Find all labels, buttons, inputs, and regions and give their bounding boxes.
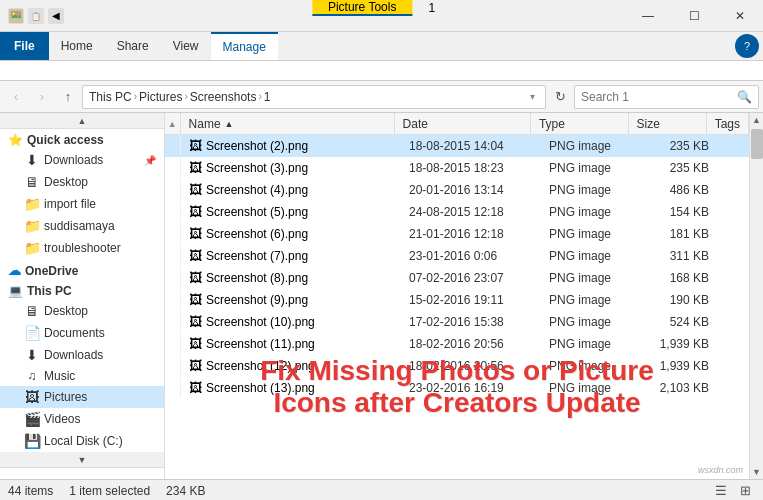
table-row[interactable]: 🖼 Screenshot (12).png 18-02-2016 20:56 P… [165,355,749,377]
sidebar-item-downloads-quick[interactable]: ⬇ Downloads 📌 [0,149,164,171]
scroll-thumb[interactable] [751,129,763,159]
sidebar-item-desktop-quick[interactable]: 🖥 Desktop [0,171,164,193]
sidebar-item-downloads-pc[interactable]: ⬇ Downloads [0,344,164,366]
help-button[interactable]: ? [735,34,759,58]
window-number: 1 [412,0,451,16]
sidebar-scroll-up[interactable]: ▲ [0,113,164,129]
file-icon: 🖼 [189,226,202,241]
path-dropdown-arrow[interactable]: ▾ [526,91,539,102]
col-header-tags[interactable]: Tags [707,113,749,134]
onedrive-icon: ☁ [8,263,21,278]
path-segment-screenshots[interactable]: Screenshots [190,90,257,104]
svg-text:📋: 📋 [31,11,41,21]
file-type-cell: PNG image [541,183,641,197]
table-row[interactable]: 🖼 Screenshot (2).png 18-08-2015 14:04 PN… [165,135,749,157]
refresh-button[interactable]: ↻ [548,85,572,109]
table-row[interactable]: 🖼 Screenshot (13).png 23-02-2016 16:19 P… [165,377,749,399]
thispc-section[interactable]: 💻 This PC [0,280,164,300]
file-name-text: Screenshot (8).png [206,271,308,285]
file-date-cell: 23-02-2016 16:19 [401,381,541,395]
sidebar-item-importfile[interactable]: 📁 import file [0,193,164,215]
tab-home[interactable]: Home [49,32,105,60]
scroll-up-arrow[interactable]: ▲ [750,113,764,127]
path-segment-pictures[interactable]: Pictures [139,90,182,104]
picture-tools-label: Picture Tools [312,0,412,16]
sidebar-item-label: Desktop [44,304,88,318]
file-type-cell: PNG image [541,315,641,329]
file-name-cell: 🖼 Screenshot (7).png [181,248,401,263]
status-count: 44 items [8,484,53,498]
sidebar-item-troubleshooter[interactable]: 📁 troubleshooter [0,237,164,259]
file-name-cell: 🖼 Screenshot (11).png [181,336,401,351]
quick-access-icon: 📋 [28,8,44,24]
tab-share[interactable]: Share [105,32,161,60]
tab-manage[interactable]: Manage [211,32,278,60]
table-row[interactable]: 🖼 Screenshot (10).png 17-02-2016 15:38 P… [165,311,749,333]
file-name-text: Screenshot (13).png [206,381,315,395]
onedrive-section[interactable]: ☁ OneDrive [0,259,164,280]
file-name-cell: 🖼 Screenshot (4).png [181,182,401,197]
path-sep-1: › [134,91,137,102]
search-box[interactable]: 🔍 [574,85,759,109]
sidebar-scroll-down[interactable]: ▼ [0,452,164,468]
table-row[interactable]: 🖼 Screenshot (5).png 24-08-2015 12:18 PN… [165,201,749,223]
col-header-type[interactable]: Type [531,113,629,134]
table-row[interactable]: 🖼 Screenshot (9).png 15-02-2016 19:11 PN… [165,289,749,311]
status-size: 234 KB [166,484,205,498]
col-header-size[interactable]: Size [629,113,707,134]
forward-button[interactable]: › [30,85,54,109]
file-size-cell: 235 KB [641,139,721,153]
sidebar-item-videos[interactable]: 🎬 Videos [0,408,164,430]
col-tags-label: Tags [715,117,740,131]
window-controls: — ☐ ✕ [625,0,763,31]
close-button[interactable]: ✕ [717,0,763,32]
status-selected: 1 item selected [69,484,150,498]
table-row[interactable]: 🖼 Screenshot (3).png 18-08-2015 18:23 PN… [165,157,749,179]
nav-back-mini[interactable]: ◀ [48,8,64,24]
path-segment-1[interactable]: 1 [264,90,271,104]
maximize-button[interactable]: ☐ [671,0,717,32]
table-row[interactable]: 🖼 Screenshot (8).png 07-02-2016 23:07 PN… [165,267,749,289]
up-button[interactable]: ↑ [56,85,80,109]
tab-view[interactable]: View [161,32,211,60]
table-row[interactable]: 🖼 Screenshot (6).png 21-01-2016 12:18 PN… [165,223,749,245]
search-input[interactable] [581,90,733,104]
file-size-cell: 2,103 KB [641,381,721,395]
table-row[interactable]: 🖼 Screenshot (11).png 18-02-2016 20:56 P… [165,333,749,355]
suddisamaya-icon: 📁 [24,218,40,234]
file-icon: 🖼 [189,292,202,307]
minimize-button[interactable]: — [625,0,671,32]
file-name-text: Screenshot (9).png [206,293,308,307]
path-segment-thispc[interactable]: This PC [89,90,132,104]
sidebar-item-pictures[interactable]: 🖼 Pictures [0,386,164,408]
file-list-header: ▲ Name ▲ Date Type Size Tags [165,113,749,135]
file-name-text: Screenshot (2).png [206,139,308,153]
sidebar-item-suddisamaya[interactable]: 📁 suddisamaya [0,215,164,237]
file-icon: 🖼 [189,314,202,329]
scroll-down-arrow[interactable]: ▼ [750,465,764,479]
col-size-label: Size [637,117,660,131]
file-type-cell: PNG image [541,249,641,263]
col-header-name[interactable]: Name ▲ [181,113,395,134]
view-details-button[interactable]: ☰ [711,481,731,501]
table-row[interactable]: 🖼 Screenshot (4).png 20-01-2016 13:14 PN… [165,179,749,201]
address-path[interactable]: This PC › Pictures › Screenshots › 1 ▾ [82,85,546,109]
search-icon[interactable]: 🔍 [737,90,752,104]
sidebar-item-label: Documents [44,326,105,340]
sidebar-item-music[interactable]: ♫ Music [0,366,164,386]
ribbon-content [0,60,763,80]
onedrive-label: OneDrive [25,264,78,278]
sidebar-item-documents[interactable]: 📄 Documents [0,322,164,344]
file-size-cell: 181 KB [641,227,721,241]
tab-file[interactable]: File [0,32,49,60]
sort-col-icon[interactable]: ▲ [165,113,181,134]
sidebar-item-desktop-pc[interactable]: 🖥 Desktop [0,300,164,322]
sidebar-item-localdisk[interactable]: 💾 Local Disk (C:) [0,430,164,452]
file-name-cell: 🖼 Screenshot (8).png [181,270,401,285]
col-header-date[interactable]: Date [395,113,531,134]
table-row[interactable]: 🖼 Screenshot (7).png 23-01-2016 0:06 PNG… [165,245,749,267]
back-button[interactable]: ‹ [4,85,28,109]
file-type-cell: PNG image [541,161,641,175]
path-sep-3: › [258,91,261,102]
view-large-icons-button[interactable]: ⊞ [735,481,755,501]
